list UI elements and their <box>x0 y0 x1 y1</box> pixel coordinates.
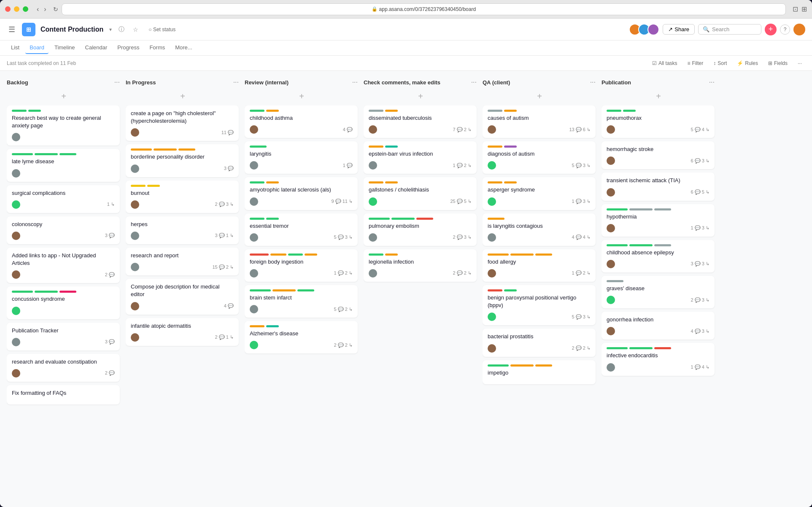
tag-orange <box>488 181 502 183</box>
search-box[interactable]: 🔍 Search <box>698 24 761 35</box>
table-row[interactable]: pulmonary embolism2 💬 3 ↳ <box>364 213 477 246</box>
table-row[interactable]: food allergy1 💬 2 ↳ <box>483 249 596 282</box>
table-row[interactable]: concussion syndrome <box>7 286 120 319</box>
table-row[interactable]: disseminated tuberculosis7 💬 2 ↳ <box>364 105 477 138</box>
table-row[interactable]: Research best way to create general anxi… <box>7 105 120 146</box>
col-menu-button-publication[interactable]: ··· <box>708 78 715 87</box>
table-row[interactable]: Fix formatting of FAQs <box>7 385 120 405</box>
table-row[interactable]: diagnosis of autism5 💬 3 ↳ <box>483 141 596 174</box>
table-row[interactable]: surgical complications1 ↳ <box>7 185 120 213</box>
add-button[interactable]: + <box>765 24 777 35</box>
table-row[interactable]: hypothermia1 💬 3 ↳ <box>602 204 715 237</box>
filter-button[interactable]: ≡ Filter <box>684 59 707 68</box>
sort-icon: ↕ <box>713 60 716 66</box>
col-menu-button-inprogress[interactable]: ··· <box>232 78 240 87</box>
tab-more[interactable]: More... <box>171 42 196 54</box>
table-row[interactable]: asperger syndrome1 💬 3 ↳ <box>483 177 596 210</box>
tab-timeline[interactable]: Timeline <box>50 42 79 54</box>
table-row[interactable]: research and report15 💬 2 ↳ <box>126 248 239 275</box>
help-button[interactable]: ? <box>780 24 790 35</box>
table-row[interactable]: Compose job description for medical edit… <box>126 279 239 314</box>
col-menu-button-checkcomments[interactable]: ··· <box>470 78 477 87</box>
set-status-button[interactable]: ○ Set status <box>145 25 179 34</box>
table-row[interactable]: impetigo <box>483 360 596 384</box>
table-row[interactable]: hemorrhagic stroke6 💬 3 ↳ <box>602 141 715 169</box>
table-row[interactable]: herpes3 💬 1 ↳ <box>126 216 239 244</box>
table-row[interactable]: pneumothorax5 💬 4 ↳ <box>602 105 715 138</box>
col-menu-button-qa[interactable]: ··· <box>589 78 596 87</box>
col-menu-button-review[interactable]: ··· <box>351 78 359 87</box>
minimize-button[interactable] <box>14 6 19 12</box>
table-row[interactable]: infantile atopic dermatitis2 💬 1 ↳ <box>126 318 239 346</box>
tag-green <box>629 347 653 349</box>
table-row[interactable]: childhood absence epilepsy3 💬 3 ↳ <box>602 240 715 272</box>
forward-button[interactable]: › <box>42 5 48 14</box>
avatar <box>607 125 615 134</box>
col-add-button-checkcomments[interactable]: + <box>364 90 477 102</box>
table-row[interactable]: research and evaluate constipation2 💬 <box>7 354 120 382</box>
table-row[interactable]: create a page on "high cholesterol" (hyp… <box>126 105 239 141</box>
table-row[interactable]: bacterial prostatitis2 💬 2 ↳ <box>483 329 596 356</box>
table-row[interactable]: transient ischemic attack (TIA)6 💬 5 ↳ <box>602 173 715 200</box>
table-row[interactable]: is laryngitis contagious4 💬 4 ↳ <box>483 213 596 246</box>
col-menu-button-backlog[interactable]: ··· <box>113 78 121 87</box>
table-row[interactable]: amyotrophic lateral sclerosis (als)9 💬 1… <box>245 177 358 210</box>
table-row[interactable]: borderline personality disorder3 💬 <box>126 144 239 177</box>
tab-forms[interactable]: Forms <box>145 42 169 54</box>
info-button[interactable]: ⓘ <box>117 25 126 34</box>
table-row[interactable]: childhood asthma4 💬 <box>245 105 358 138</box>
table-row[interactable]: Alzheimer's disease2 💬 2 ↳ <box>245 321 358 353</box>
table-row[interactable]: brain stem infarct5 💬 2 ↳ <box>245 285 358 318</box>
rules-button[interactable]: ⚡ Rules <box>734 59 761 68</box>
fields-button[interactable]: ⊞ Fields <box>765 59 791 68</box>
back-button[interactable]: ‹ <box>35 5 40 14</box>
tab-calendar[interactable]: Calendar <box>81 42 112 54</box>
table-row[interactable]: graves' disease2 💬 3 ↳ <box>602 276 715 308</box>
table-row[interactable]: colonoscopy3 💬 <box>7 216 120 244</box>
table-row[interactable]: essential tremor5 💬 3 ↳ <box>245 213 358 246</box>
menu-button[interactable]: ☰ <box>7 23 17 36</box>
table-row[interactable]: benign paroxysmal positional vertigo (bp… <box>483 285 596 325</box>
table-row[interactable]: burnout2 💬 3 ↳ <box>126 181 239 213</box>
tag-green <box>12 110 27 112</box>
tag-green <box>391 218 415 220</box>
tab-progress[interactable]: Progress <box>113 42 143 54</box>
col-add-button-backlog[interactable]: + <box>7 90 121 102</box>
share-button[interactable]: ↗ Share <box>663 24 695 35</box>
table-row[interactable]: epstein-barr virus infection1 💬 2 ↳ <box>364 141 477 174</box>
col-add-button-review[interactable]: + <box>245 90 359 102</box>
table-row[interactable]: causes of autism13 💬 6 ↳ <box>483 105 596 138</box>
sort-button[interactable]: ↕ Sort <box>710 59 730 68</box>
table-row[interactable]: laryngitis1 💬 <box>245 141 358 174</box>
card-footer: 2 💬 2 ↳ <box>488 344 591 353</box>
star-button[interactable]: ☆ <box>131 25 140 34</box>
card-meta: 2 💬 <box>105 272 115 278</box>
table-row[interactable]: Added links to app - Not Upgraded Articl… <box>7 248 120 283</box>
tab-board[interactable]: Board <box>25 42 49 54</box>
sort-label: Sort <box>718 60 727 66</box>
tag-orange <box>535 364 552 367</box>
card-tags <box>250 181 353 183</box>
new-tab-button[interactable]: ⊞ <box>801 5 807 13</box>
table-row[interactable]: gonorrhea infection4 💬 3 ↳ <box>602 312 715 340</box>
tab-list[interactable]: List <box>7 42 24 54</box>
reload-button[interactable]: ↻ <box>53 6 58 13</box>
table-row[interactable]: foreign body ingestion1 💬 2 ↳ <box>245 249 358 282</box>
table-row[interactable]: infective endocarditis1 💬 4 ↳ <box>602 343 715 375</box>
screen-share-button[interactable]: ⊡ <box>793 5 798 13</box>
table-row[interactable]: gallstones / cholelithiasis25 💬 5 ↳ <box>364 177 477 210</box>
maximize-button[interactable] <box>23 6 28 12</box>
all-tasks-button[interactable]: ☑ All tasks <box>649 59 681 68</box>
table-row[interactable]: Publication Tracker3 💬 <box>7 323 120 351</box>
more-options-button[interactable]: ··· <box>794 59 805 68</box>
avatar <box>131 232 139 240</box>
col-add-button-inprogress[interactable]: + <box>126 90 240 102</box>
table-row[interactable]: legionella infection2 💬 2 ↳ <box>364 249 477 282</box>
close-button[interactable] <box>5 6 11 12</box>
tag-orange <box>510 254 534 256</box>
table-row[interactable]: late lyme disease <box>7 149 120 181</box>
col-add-button-publication[interactable]: + <box>602 90 715 102</box>
card-title: laryngitis <box>250 150 353 158</box>
card-meta: 11 💬 <box>221 130 234 135</box>
col-add-button-qa[interactable]: + <box>483 90 596 102</box>
